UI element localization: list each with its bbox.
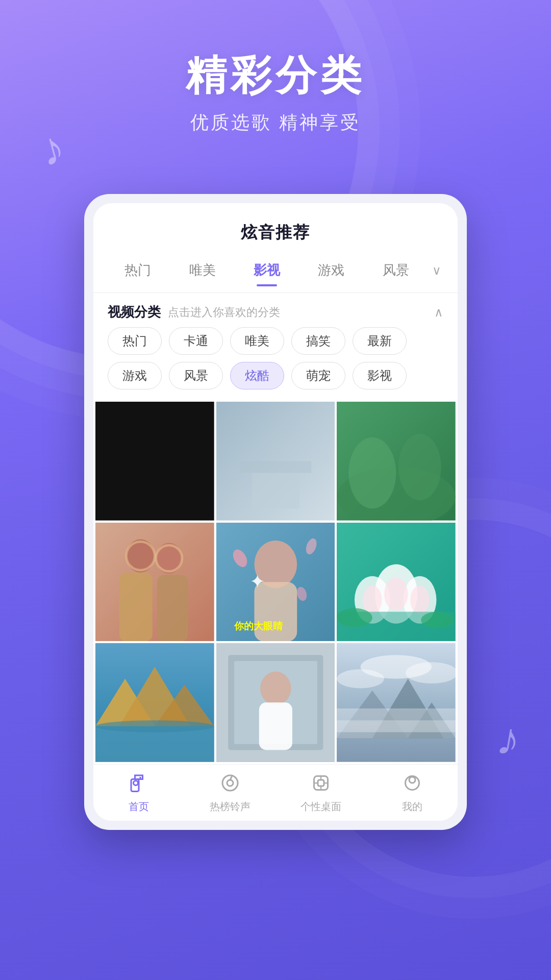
phone-card: 炫音推荐 热门 唯美 影视 游戏 风景 ∨ 视频分类 点击进入你喜欢的分类 ∧ … [84, 194, 467, 830]
svg-text:你的大眼睛: 你的大眼睛 [234, 621, 283, 631]
tag-hot[interactable]: 热门 [108, 327, 162, 355]
nav-desktop[interactable]: 个性桌面 [276, 774, 367, 814]
svg-point-31 [337, 608, 372, 627]
tag-cartoon[interactable]: 卡通 [169, 327, 223, 355]
svg-point-57 [222, 775, 238, 791]
home-icon [130, 774, 148, 797]
nav-ringtone[interactable]: 热榜铃声 [185, 774, 276, 814]
tab-scenery[interactable]: 风景 [364, 256, 428, 284]
svg-point-7 [398, 434, 441, 500]
tab-beautiful[interactable]: 唯美 [170, 256, 234, 284]
video-thumb-3[interactable] [337, 402, 456, 521]
tag-cool[interactable]: 炫酷 [230, 362, 284, 389]
tab-game[interactable]: 游戏 [299, 256, 363, 284]
tag-scenery[interactable]: 风景 [169, 362, 223, 389]
tag-funny[interactable]: 搞笑 [291, 327, 345, 355]
svg-point-29 [411, 585, 430, 614]
video-thumb-4[interactable] [95, 523, 214, 642]
desktop-icon [312, 774, 330, 797]
video-thumb-8[interactable] [216, 643, 335, 762]
svg-point-6 [349, 437, 396, 509]
tab-more-icon[interactable]: ∨ [428, 258, 445, 283]
svg-rect-11 [119, 572, 153, 641]
card-header: 炫音推荐 [93, 203, 458, 256]
video-thumb-6[interactable] [337, 523, 456, 642]
svg-rect-60 [318, 780, 324, 786]
svg-rect-2 [252, 473, 299, 509]
hero-title: 精彩分类 [0, 51, 551, 100]
music-note-right-icon: ♪ [493, 712, 524, 767]
svg-rect-50 [337, 721, 456, 739]
nav-home-label: 首页 [129, 800, 149, 814]
card-inner: 炫音推荐 热门 唯美 影视 游戏 风景 ∨ 视频分类 点击进入你喜欢的分类 ∧ … [93, 203, 458, 821]
svg-point-58 [227, 780, 233, 786]
tag-game[interactable]: 游戏 [108, 362, 162, 389]
tag-newest[interactable]: 最新 [353, 327, 407, 355]
svg-rect-0 [95, 402, 214, 521]
video-grid: ✦ 你的大眼睛 [93, 400, 458, 764]
collapse-icon[interactable]: ∧ [434, 305, 443, 320]
hero-subtitle: 优质选歌 精神享受 [0, 110, 551, 135]
svg-text:✦: ✦ [249, 571, 265, 592]
category-tags: 热门 卡通 唯美 搞笑 最新 游戏 风景 炫酷 萌宠 影视 [93, 327, 458, 400]
bottom-navigation: 首页 热榜铃声 [93, 764, 458, 821]
nav-mine-label: 我的 [402, 800, 422, 814]
video-thumb-2[interactable] [216, 402, 335, 521]
nav-ringtone-label: 热榜铃声 [210, 800, 251, 814]
tab-film[interactable]: 影视 [235, 256, 299, 284]
nav-mine[interactable]: 我的 [367, 774, 458, 814]
ringtone-icon [221, 774, 239, 797]
svg-point-52 [337, 670, 384, 689]
svg-rect-3 [240, 461, 311, 473]
svg-point-55 [134, 781, 138, 786]
category-header: 视频分类 点击进入你喜欢的分类 ∧ [93, 293, 458, 327]
tabs-bar: 热门 唯美 影视 游戏 风景 ∨ [93, 256, 458, 293]
svg-point-53 [406, 663, 456, 684]
svg-rect-44 [259, 703, 292, 750]
video-thumb-5[interactable]: ✦ 你的大眼睛 [216, 523, 335, 642]
svg-point-38 [95, 721, 214, 732]
category-hint: 点击进入你喜欢的分类 [168, 305, 280, 320]
nav-home[interactable]: 首页 [93, 774, 185, 814]
mine-icon [403, 774, 421, 797]
hero-section: 精彩分类 优质选歌 精神享受 [0, 0, 551, 135]
video-thumb-7[interactable] [95, 643, 214, 762]
svg-rect-12 [157, 575, 188, 641]
video-thumb-1[interactable] [95, 402, 214, 521]
svg-point-61 [409, 777, 415, 783]
tag-film[interactable]: 影视 [353, 362, 407, 389]
video-thumb-9[interactable] [337, 643, 456, 762]
nav-desktop-label: 个性桌面 [300, 800, 341, 814]
svg-point-27 [363, 585, 382, 614]
category-title: 视频分类 [108, 303, 161, 321]
svg-rect-8 [95, 523, 214, 642]
tab-hot[interactable]: 热门 [106, 256, 170, 284]
svg-point-32 [421, 611, 455, 628]
tag-pets[interactable]: 萌宠 [291, 362, 345, 389]
tag-beautiful[interactable]: 唯美 [230, 327, 284, 355]
svg-point-28 [384, 577, 408, 610]
svg-point-43 [260, 672, 291, 705]
